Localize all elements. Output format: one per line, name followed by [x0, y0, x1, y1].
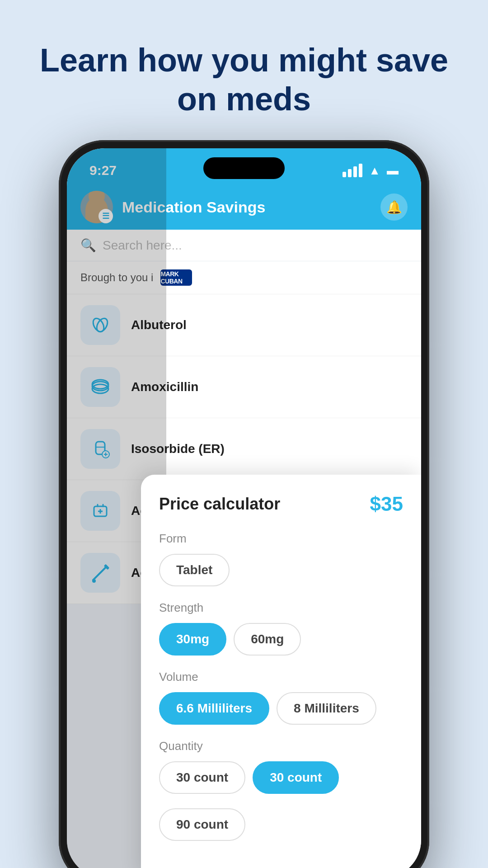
status-icons: ▲ ▬: [343, 164, 399, 178]
strength-30mg-button[interactable]: 30mg: [159, 623, 226, 656]
quantity-label: Quantity: [159, 739, 403, 753]
quantity-options-row2: 90 count: [159, 808, 403, 841]
phone-shell: 9:27 ▲ ▬: [59, 140, 429, 868]
strength-options: 30mg 60mg: [159, 623, 403, 656]
quantity-30count-second-button[interactable]: 30 count: [253, 761, 339, 794]
headline-line1: Learn how you might save: [40, 42, 448, 78]
battery-icon: ▬: [387, 164, 399, 178]
quantity-options: 30 count 30 count: [159, 761, 403, 794]
wifi-icon: ▲: [369, 164, 380, 178]
quantity-30count-first-button[interactable]: 30 count: [159, 761, 245, 794]
volume-8ml-button[interactable]: 8 Milliliters: [277, 692, 376, 725]
phone-screen: 9:27 ▲ ▬: [67, 148, 421, 868]
headline: Learn how you might save on meds: [0, 0, 488, 146]
strength-60mg-button[interactable]: 60mg: [234, 623, 301, 656]
price-calculator-panel: Price calculator $35 Form Tablet Strengt…: [141, 475, 421, 868]
volume-label: Volume: [159, 670, 403, 684]
signal-icon: [343, 164, 362, 177]
quantity-90count-button[interactable]: 90 count: [159, 808, 245, 841]
form-label: Form: [159, 532, 403, 546]
phone-wrapper: 9:27 ▲ ▬: [59, 140, 429, 868]
calc-title: Price calculator: [159, 495, 280, 514]
dynamic-island: [203, 157, 285, 179]
volume-options: 6.6 Milliliters 8 Milliliters: [159, 692, 403, 725]
form-options: Tablet: [159, 554, 403, 586]
calc-price: $35: [370, 493, 403, 515]
bell-icon: 🔔: [386, 200, 402, 215]
headline-line2: on meds: [177, 81, 311, 117]
form-tablet-button[interactable]: Tablet: [159, 554, 230, 586]
volume-6-6ml-button[interactable]: 6.6 Milliliters: [159, 692, 269, 725]
calc-header: Price calculator $35: [159, 493, 403, 515]
notification-button[interactable]: 🔔: [380, 193, 408, 221]
strength-label: Strength: [159, 601, 403, 615]
